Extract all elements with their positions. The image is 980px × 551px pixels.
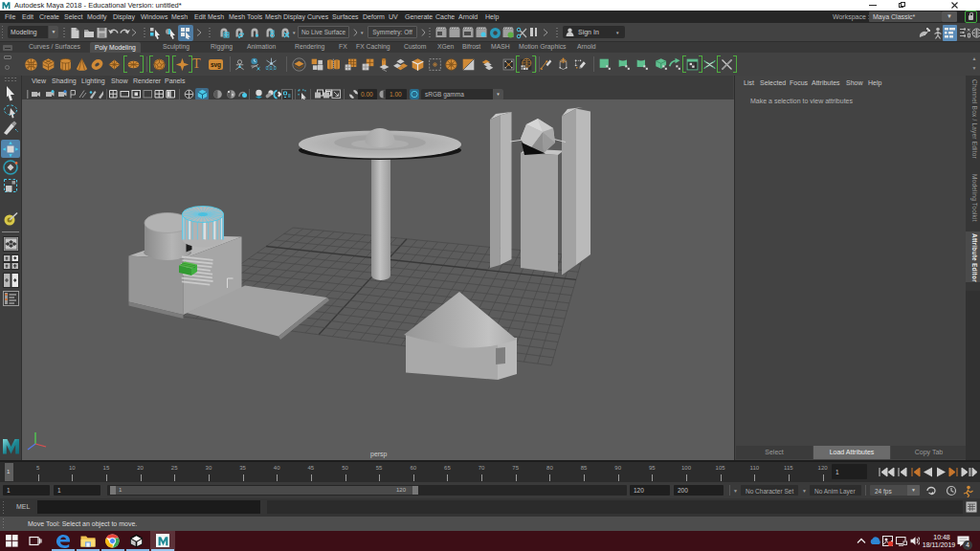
- svg-text:persp: persp: [370, 451, 388, 458]
- svg-text:0,0,0: 0,0,0: [266, 65, 277, 71]
